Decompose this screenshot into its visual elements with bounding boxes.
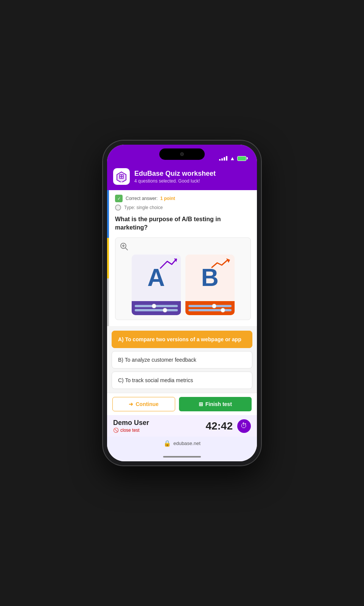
app-logo bbox=[113, 168, 130, 185]
answer-label: Correct answer: 1 point bbox=[126, 196, 175, 201]
signal-icon bbox=[219, 156, 227, 161]
answer-option-b[interactable]: B) To analyze customer feedback bbox=[112, 351, 252, 369]
timer-display: 42:42 bbox=[205, 420, 233, 432]
user-name: Demo User bbox=[113, 419, 205, 427]
camera bbox=[180, 152, 184, 156]
user-info: Demo User 🚫 close test bbox=[113, 419, 205, 433]
close-test-button[interactable]: 🚫 close test bbox=[113, 428, 205, 433]
close-icon: 🚫 bbox=[113, 428, 119, 433]
answer-option-a[interactable]: A) To compare two versions of a webpage … bbox=[112, 331, 252, 348]
continue-button[interactable]: ➜ Continue bbox=[112, 397, 175, 411]
question-card: ✓ Correct answer: 1 point Type: single c… bbox=[107, 190, 257, 326]
home-indicator bbox=[107, 452, 257, 461]
question-content: ✓ Correct answer: 1 point Type: single c… bbox=[109, 190, 257, 326]
answers-section: A) To compare two versions of a webpage … bbox=[107, 326, 257, 392]
timer-icon: ⏱ bbox=[237, 419, 251, 433]
zoom-icon bbox=[120, 242, 246, 251]
logo-icon bbox=[116, 171, 127, 182]
app-header: EduBase Quiz worksheet 4 questions selec… bbox=[107, 164, 257, 190]
wifi-icon: ▲ bbox=[230, 155, 235, 161]
type-row: Type: single choice bbox=[115, 205, 251, 211]
continue-arrow-icon: ➜ bbox=[129, 401, 133, 407]
phone-screen: ▲ EduBase Quiz worksheet 4 questions s bbox=[107, 145, 257, 461]
svg-line-5 bbox=[125, 248, 128, 250]
lock-icon: 🔒 bbox=[163, 440, 171, 447]
arrow-purple bbox=[160, 258, 177, 271]
user-bar: Demo User 🚫 close test 42:42 ⏱ bbox=[107, 415, 257, 437]
address-text: edubase.net bbox=[173, 440, 201, 446]
battery-icon bbox=[237, 156, 246, 161]
ab-card-bottom-a bbox=[132, 301, 181, 315]
answer-meta: ✓ Correct answer: 1 point bbox=[115, 195, 251, 202]
slider-line-3 bbox=[188, 305, 232, 307]
slider-line-2 bbox=[135, 309, 178, 311]
app-header-text: EduBase Quiz worksheet 4 questions selec… bbox=[134, 170, 251, 184]
answer-option-c[interactable]: C) To track social media metrics bbox=[112, 372, 252, 389]
type-dot bbox=[115, 205, 121, 211]
ab-card-top-b: B bbox=[185, 255, 235, 301]
finish-icon: ⊞ bbox=[199, 401, 203, 407]
ab-card-a: A bbox=[132, 255, 181, 315]
ab-card-bottom-b bbox=[185, 301, 235, 315]
home-bar bbox=[163, 456, 201, 458]
slider-line-1 bbox=[135, 305, 178, 307]
status-bar: ▲ bbox=[107, 145, 257, 164]
type-label: Type: single choice bbox=[124, 205, 163, 210]
arrow-orange bbox=[211, 258, 231, 270]
ab-card-b: B bbox=[185, 255, 235, 315]
content-area[interactable]: ✓ Correct answer: 1 point Type: single c… bbox=[107, 190, 257, 393]
phone-frame: ▲ EduBase Quiz worksheet 4 questions s bbox=[103, 140, 261, 466]
slider-line-4 bbox=[188, 309, 232, 311]
finish-button[interactable]: ⊞ Finish test bbox=[179, 397, 252, 411]
status-right: ▲ bbox=[219, 155, 246, 161]
app-subtitle: 4 questions selected. Good luck! bbox=[134, 178, 251, 184]
ab-images: A bbox=[120, 255, 246, 315]
question-text: What is the purpose of A/B testing in ma… bbox=[115, 215, 251, 232]
address-bar: 🔒 edubase.net bbox=[107, 437, 257, 452]
check-badge: ✓ bbox=[115, 195, 123, 202]
ab-card-top-a: A bbox=[132, 255, 181, 301]
notch bbox=[159, 148, 205, 160]
image-area: A bbox=[115, 237, 251, 320]
bottom-toolbar: ➜ Continue ⊞ Finish test bbox=[107, 393, 257, 415]
app-title: EduBase Quiz worksheet bbox=[134, 170, 251, 178]
